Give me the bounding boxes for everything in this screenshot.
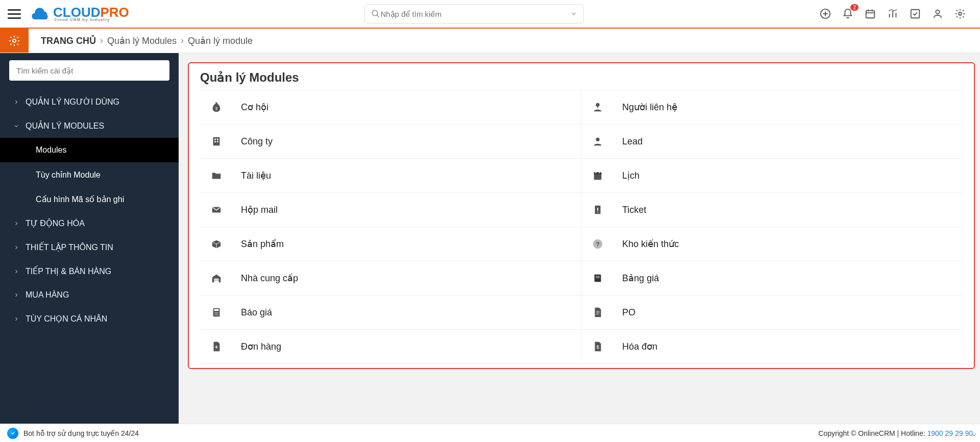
settings-button[interactable] [954, 8, 966, 19]
svg-rect-18 [213, 137, 220, 146]
module-item-người-liên-hệ[interactable]: Người liên hệ [581, 90, 963, 125]
sidebar-search-input[interactable] [9, 60, 169, 81]
module-label: Lịch [622, 170, 640, 181]
svg-point-45 [217, 314, 218, 315]
sidebar-item-5[interactable]: MUA HÀNG [0, 283, 179, 307]
topbar: CLOUDPRO Cloud CRM by Industry 2 [0, 0, 980, 29]
svg-rect-20 [217, 139, 218, 140]
sidebar-item-label: TIẾP THỊ & BÁN HÀNG [26, 266, 111, 276]
module-item-công-ty[interactable]: Công ty [200, 125, 581, 159]
sidebar-item-label: QUẢN LÝ NGƯỜI DÙNG [26, 97, 119, 107]
breadcrumb-level1[interactable]: Quản lý Modules [107, 35, 177, 46]
reports-button[interactable] [887, 8, 898, 19]
sidebar-item-3[interactable]: THIẾT LẬP THÔNG TIN [0, 235, 179, 259]
module-label: Bảng giá [622, 273, 659, 284]
breadcrumb: TRANG CHỦ › Quản lý Modules › Quản lý mo… [29, 29, 253, 53]
chevron-right-icon: › [181, 35, 184, 46]
sidebar-item-label: QUẢN LÝ MODULES [26, 121, 104, 131]
module-item-lịch[interactable]: Lịch [581, 159, 963, 193]
book-icon [591, 273, 605, 284]
module-item-đơn-hàng[interactable]: Đơn hàng [200, 330, 581, 364]
chevron-right-icon: › [100, 35, 103, 46]
sidebar-subitem-1-0[interactable]: Modules [0, 138, 179, 162]
settings-sidebar: QUẢN LÝ NGƯỜI DÙNGQUẢN LÝ MODULESModules… [0, 53, 179, 424]
module-item-báo-giá[interactable]: Báo giá [200, 296, 581, 330]
svg-point-15 [13, 39, 16, 42]
content-area: Quản lý Modules $Cơ hộiNgười liên hệCông… [179, 53, 980, 424]
module-label: Kho kiến thức [622, 238, 679, 250]
svg-text:$: $ [596, 345, 599, 350]
calendar-icon [591, 170, 605, 181]
ticket-icon [591, 204, 605, 215]
calc-icon [209, 307, 224, 318]
svg-point-44 [216, 314, 217, 315]
breadcrumb-home[interactable]: TRANG CHỦ [41, 35, 96, 46]
chevron-right-icon [13, 268, 19, 275]
folder-icon [209, 170, 224, 181]
sidebar-subitem-1-1[interactable]: Tùy chỉnh Module [0, 162, 179, 187]
svg-rect-5 [866, 11, 875, 18]
svg-rect-12 [911, 10, 920, 18]
sidebar-item-1[interactable]: QUẢN LÝ MODULES [0, 114, 179, 138]
module-item-ticket[interactable]: Ticket [581, 193, 963, 227]
module-item-cơ-hội[interactable]: $Cơ hội [200, 90, 581, 125]
module-grid: $Cơ hộiNgười liên hệCông tyLeadTài liệuL… [200, 90, 963, 364]
svg-point-41 [216, 312, 217, 313]
module-label: Báo giá [241, 307, 272, 318]
sidebar-item-label: THIẾT LẬP THÔNG TIN [26, 242, 113, 252]
add-button[interactable] [820, 8, 831, 19]
module-item-tài-liệu[interactable]: Tài liệu [200, 159, 581, 193]
svg-point-14 [959, 12, 962, 15]
sidebar-item-0[interactable]: QUẢN LÝ NGƯỜI DÙNG [0, 90, 179, 114]
person-tie-icon [591, 102, 605, 113]
chevron-right-icon [13, 220, 19, 227]
chevron-down-icon[interactable] [570, 10, 577, 17]
svg-rect-21 [214, 141, 216, 142]
main-layout: QUẢN LÝ NGƯỜI DÙNGQUẢN LÝ MODULESModules… [0, 53, 980, 424]
module-label: Cơ hội [241, 102, 268, 113]
svg-text:?: ? [596, 240, 600, 248]
global-search[interactable] [364, 4, 584, 23]
sidebar-item-2[interactable]: TỰ ĐỘNG HÓA [0, 211, 179, 235]
search-input[interactable] [380, 10, 570, 18]
svg-point-23 [596, 138, 599, 141]
module-label: Công ty [241, 136, 273, 147]
svg-point-31 [597, 212, 598, 213]
hamburger-menu[interactable] [0, 0, 29, 28]
module-item-hộp-mail[interactable]: Hộp mail [200, 193, 581, 227]
notifications-button[interactable]: 2 [842, 8, 853, 19]
module-item-kho-kiến-thức[interactable]: ?Kho kiến thức [581, 227, 963, 261]
module-label: Sản phẩm [241, 238, 284, 250]
top-icons: 2 [820, 8, 980, 19]
profile-button[interactable] [932, 8, 943, 19]
chevron-right-icon [13, 99, 19, 105]
svg-point-13 [936, 10, 939, 14]
mail-icon [209, 204, 224, 215]
module-item-sản-phẩm[interactable]: Sản phẩm [200, 227, 581, 261]
module-item-po[interactable]: PO [581, 296, 963, 330]
chevron-right-icon [13, 316, 19, 322]
sidebar-item-label: MUA HÀNG [26, 290, 69, 300]
module-item-nhà-cung-cấp[interactable]: Nhà cung cấp [200, 261, 581, 296]
calendar-button[interactable] [865, 8, 876, 19]
sidebar-item-4[interactable]: TIẾP THỊ & BÁN HÀNG [0, 259, 179, 283]
logo[interactable]: CLOUDPRO Cloud CRM by Industry [32, 6, 129, 22]
module-label: Lead [622, 136, 643, 147]
module-label: Tài liệu [241, 170, 271, 181]
module-item-lead[interactable]: Lead [581, 125, 963, 159]
svg-rect-25 [594, 173, 602, 175]
settings-panel-toggle[interactable] [0, 29, 29, 53]
svg-rect-34 [214, 279, 218, 282]
module-label: PO [622, 307, 635, 318]
sidebar-item-6[interactable]: TÙY CHỌN CÁ NHÂN [0, 307, 179, 331]
module-item-hóa-đơn[interactable]: $Hóa đơn [581, 330, 963, 364]
logo-tagline: Cloud CRM by Industry [54, 18, 129, 22]
sidebar-subitem-1-2[interactable]: Cấu hình Mã số bản ghi [0, 187, 179, 211]
module-item-bảng-giá[interactable]: Bảng giá [581, 261, 963, 296]
question-icon: ? [591, 238, 605, 250]
chevron-down-icon [13, 123, 19, 129]
tasks-button[interactable] [910, 8, 921, 19]
module-label: Ticket [622, 205, 646, 215]
subbar: TRANG CHỦ › Quản lý Modules › Quản lý mo… [0, 29, 980, 53]
chevron-right-icon [13, 292, 19, 298]
